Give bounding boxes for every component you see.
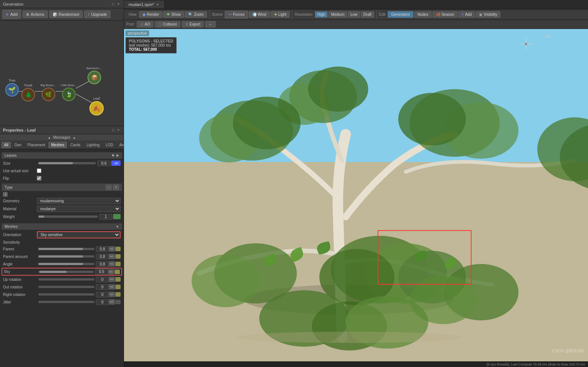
svg-text:Z: Z [527, 35, 529, 38]
up-rotation-pm-btn[interactable]: +/- [109, 277, 115, 282]
tab-gen[interactable]: Gen [12, 142, 24, 148]
type-minus-btn[interactable]: − [106, 185, 112, 190]
actions-button[interactable]: ⚙ Actions [23, 11, 48, 18]
jitter-value[interactable] [96, 299, 109, 305]
randomize-button[interactable]: 🎲 Randomize [49, 11, 83, 18]
right-rotation-slider[interactable] [38, 293, 94, 296]
res-low-btn[interactable]: Low [348, 11, 360, 18]
weight-value[interactable] [99, 214, 112, 220]
tab-lighting[interactable]: Lighting [84, 142, 102, 148]
parent-amount-pm-btn[interactable]: +/- [109, 254, 115, 259]
node-leaf[interactable]: Leaf 🍂 [89, 96, 104, 115]
orientation-label: Orientation [3, 233, 37, 237]
size-value[interactable] [97, 161, 110, 166]
res-draft-label: Draft [363, 12, 372, 17]
res-medium-btn[interactable]: Medium [328, 11, 347, 18]
geometry-dropdown[interactable]: mudanmoxing [37, 198, 121, 204]
out-rotation-pm-btn[interactable]: +/- [109, 284, 115, 290]
visibility-btn[interactable]: ◉ Visibility [476, 11, 500, 18]
node-trunk[interactable]: Trunk 🌲 [21, 83, 35, 102]
right-rotation-pm-btn[interactable]: +/- [109, 292, 115, 297]
tab-animation[interactable]: Animation [117, 142, 124, 148]
parent-pm-btn[interactable]: +/- [109, 246, 115, 252]
sky-pm-btn[interactable]: +/- [108, 269, 114, 274]
up-rotation-value[interactable] [96, 277, 109, 282]
edit-group: Edit Generators Nodes 🍂 Season + Add ◉ [377, 9, 503, 20]
parent-amount-slider[interactable] [38, 255, 94, 258]
up-rotation-slider[interactable] [38, 278, 94, 281]
tab-placement[interactable]: Placement [25, 142, 48, 148]
properties-content: Leaves ▼ ▶ Size .05 Us [0, 149, 124, 367]
leaves-expand[interactable]: ▶ [116, 153, 119, 158]
props-close-btn[interactable]: × [116, 127, 121, 132]
node-bigbranch[interactable]: Big Branc... 🌿 [41, 83, 56, 101]
export-btn[interactable]: ⬆ Export [182, 21, 204, 27]
type-plus-btn[interactable]: + [113, 185, 119, 190]
parent-row: Parent +/- [2, 245, 122, 253]
out-rotation-value[interactable] [96, 284, 109, 290]
nodes-btn[interactable]: Nodes [414, 11, 432, 18]
collision-btn[interactable]: ⬡ Collision [155, 21, 180, 27]
tab-meshes[interactable]: Meshes [48, 142, 67, 148]
properties-tabs: All Gen Placement Meshes Cards Lighting … [0, 141, 124, 149]
tab-all[interactable]: All [2, 142, 11, 148]
parent-slider[interactable] [38, 248, 94, 250]
flip-checkbox[interactable] [37, 176, 41, 180]
polygon-info: POLYGONS - SELECTED leaf meshes: 567,000… [125, 37, 177, 53]
zoom-btn[interactable]: 🔍 Zoom [185, 11, 207, 18]
use-actual-size-row: Use actual size [2, 167, 122, 174]
back-btn[interactable]: ← [205, 21, 216, 27]
sky-value[interactable] [95, 269, 108, 274]
gen-close-btn[interactable]: × [116, 2, 121, 6]
weight-slider[interactable] [38, 215, 98, 218]
forces-btn[interactable]: 〜 Forces [225, 11, 248, 18]
type-label: Type [5, 185, 13, 190]
wind-btn[interactable]: 💨 Wind [249, 11, 270, 18]
sky-slider[interactable] [39, 271, 94, 273]
orientation-dropdown[interactable]: Sky sensitive [37, 231, 121, 238]
use-actual-checkbox[interactable] [37, 168, 41, 173]
props-minimize-btn[interactable]: □ [111, 127, 115, 132]
ao-btn[interactable]: ◎ AO [137, 21, 153, 27]
leaves-section-header[interactable]: Leaves ▼ ▶ [2, 152, 122, 159]
gen-minimize-btn[interactable]: □ [111, 2, 115, 6]
light-label: Light [278, 12, 287, 17]
type-section-header[interactable]: Type − + [2, 184, 122, 191]
angle-value[interactable] [96, 261, 109, 267]
file-tab[interactable]: mudan1.spm* × [124, 1, 163, 8]
node-littlebranch[interactable]: Little Bran... 🍃 [61, 83, 77, 101]
angle-pm-btn[interactable]: +/- [109, 261, 115, 267]
size-slider[interactable] [38, 162, 96, 164]
weight-row: Weight [2, 213, 122, 220]
render-btn[interactable]: ◉ Render [139, 11, 163, 18]
upgrade-button[interactable]: ↑ Upgrade [84, 11, 110, 18]
jitter-slider[interactable] [38, 301, 94, 303]
res-draft-btn[interactable]: Draft [361, 11, 374, 18]
angle-slider[interactable] [38, 263, 94, 265]
add-button[interactable]: + Add [2, 10, 21, 19]
node-graph: Tree 🌱 Trunk 🌲 Big Branc... 🌿 [0, 21, 124, 126]
show-btn[interactable]: 👁 Show [163, 11, 184, 18]
add-scene-btn[interactable]: + Add [458, 11, 475, 18]
tab-cards[interactable]: Cards [68, 142, 83, 148]
material-dropdown[interactable]: mudanye [37, 206, 121, 212]
forces-label: Forces [233, 12, 245, 17]
meshes-section-header[interactable]: Meshes ▼ [2, 223, 122, 230]
tab-lod[interactable]: LOD [103, 142, 116, 148]
out-rotation-slider[interactable] [38, 286, 94, 288]
res-high-btn[interactable]: High [315, 11, 328, 18]
node-tree[interactable]: Tree 🌱 [5, 78, 19, 97]
right-rotation-value[interactable] [96, 292, 109, 297]
left-panel: Generation □ × + Add ⚙ Actions 🎲 Randomi… [0, 0, 124, 367]
season-btn[interactable]: 🍂 Season [432, 11, 458, 18]
svg-point-21 [192, 255, 259, 307]
viewport[interactable]: perspective POLYGONS - SELECTED leaf mes… [124, 29, 588, 361]
node-batched[interactable]: Batched L... 📦 [86, 66, 103, 84]
file-tab-close[interactable]: × [156, 2, 159, 7]
jitter-pm-btn[interactable]: +/- [109, 299, 115, 305]
parent-value[interactable] [96, 246, 109, 252]
parent-amount-value[interactable] [96, 254, 109, 259]
type-x-btn[interactable]: ✕ [3, 192, 8, 197]
generators-btn[interactable]: Generators [388, 11, 413, 18]
light-btn[interactable]: ☀ Light [271, 11, 290, 18]
